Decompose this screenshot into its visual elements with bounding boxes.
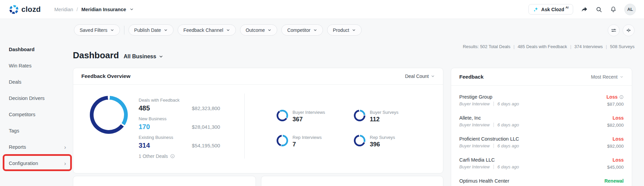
top-nav: clozd Meridian / Meridian Insurance Ask … <box>0 0 644 19</box>
stat-count: 170 <box>139 123 240 131</box>
ring-value: 396 <box>370 141 395 148</box>
stat-label: Deals with Feedback <box>139 98 240 103</box>
rep-interviews-ring-chart <box>277 135 288 146</box>
collapse-panels-icon <box>626 27 631 33</box>
feedback-panel: Feedback Most Recent Prestige Group Buye… <box>451 68 632 186</box>
sidebar-item-dashboard[interactable]: Dashboard <box>0 41 73 58</box>
pill-label: Feedback Channel <box>183 27 223 33</box>
outcome-label: Renewal <box>604 178 624 184</box>
outcome-badge: Renewal <box>604 178 624 184</box>
saved-filters-pill[interactable]: Saved Filters <box>74 24 120 36</box>
display-settings-button[interactable] <box>608 24 620 36</box>
deal-count-selector[interactable]: Deal Count <box>405 74 435 79</box>
stat-label: Existing Business <box>139 135 240 140</box>
page-title: Dashboard <box>73 50 119 61</box>
sidebar-item-decision-drivers[interactable]: Decision Drivers <box>0 90 73 106</box>
ring-label: Buyer Interviews <box>293 110 325 115</box>
feedback-list-item[interactable]: Allete, Inc Buyer Interview 6 days ago L… <box>451 111 632 132</box>
feedback-type: Buyer Interview <box>459 122 490 127</box>
search-button[interactable] <box>596 6 602 13</box>
info-icon[interactable] <box>170 154 175 159</box>
chevron-down-icon[interactable] <box>129 7 134 12</box>
outcome-badge: Loss <box>612 157 624 163</box>
filter-pill-publish-date[interactable]: Publish Date <box>128 24 174 36</box>
feedback-time: 6 days ago <box>498 164 519 169</box>
breadcrumb-account[interactable]: Meridian Insurance <box>81 7 126 12</box>
sidebar-item-win-rates[interactable]: Win Rates <box>0 58 73 74</box>
avatar[interactable]: AL <box>624 4 636 15</box>
vertical-divider <box>244 94 245 159</box>
pill-label: Competitor <box>287 27 310 33</box>
feedback-time: 6 days ago <box>498 143 519 148</box>
results-surveys: 508 Surveys <box>603 44 635 49</box>
sidebar-item-label: Deals <box>9 79 21 85</box>
main-content: Saved Filters Publish Date Feedback Chan… <box>73 19 644 186</box>
sliders-icon <box>611 27 617 33</box>
pill-label: Product <box>333 27 349 33</box>
collapse-panel-button[interactable] <box>623 24 635 36</box>
stat-amount: $28,041,300 <box>192 124 220 130</box>
sort-selector[interactable]: Most Recent <box>591 74 624 80</box>
stat-deals-with-feedback: Deals with Feedback 485 $82,323,800 <box>139 98 240 112</box>
stat-amount: $82,323,800 <box>192 105 220 111</box>
feedback-meta: Buyer Interview 6 days ago <box>459 143 624 148</box>
sidebar-item-label: Reports <box>9 144 26 150</box>
breadcrumb: Meridian / Meridian Insurance <box>54 7 134 12</box>
outcome-badge: Loss <box>612 115 624 121</box>
outcome-badge: Loss <box>612 136 624 142</box>
filter-pill-feedback-channel[interactable]: Feedback Channel <box>178 24 236 36</box>
outcome-badge: Loss <box>606 94 624 100</box>
sidebar-item-label: Tags <box>9 128 19 133</box>
metric-rep-surveys: Rep Surveys 396 <box>354 135 395 148</box>
deal-stats: Deals with Feedback 485 $82,323,800 New … <box>139 98 240 159</box>
sparkle-icon <box>533 7 539 12</box>
ring-value: 367 <box>293 116 325 123</box>
search-icon <box>596 6 602 13</box>
business-scope-selector[interactable]: All Business <box>124 54 163 60</box>
share-button[interactable] <box>581 6 588 13</box>
metric-rep-interviews: Rep Interviews 7 <box>277 135 322 148</box>
ask-clozd-button[interactable]: Ask Clozd AI <box>528 4 573 15</box>
feedback-list-item[interactable]: Carfi Media LLC Buyer Interview 6 days a… <box>451 153 632 174</box>
feedback-list-item[interactable]: Proficient Construction LLC Buyer Interv… <box>451 132 632 153</box>
ask-clozd-label: Ask Clozd <box>541 7 564 12</box>
meta-divider <box>494 102 494 106</box>
chevron-down-icon <box>159 54 163 59</box>
info-icon[interactable] <box>619 95 624 99</box>
sidebar-item-configuration[interactable]: Configuration › <box>0 155 73 171</box>
chevron-down-icon <box>267 28 271 32</box>
results-deals-with-feedback: 485 Deals with Feedback <box>510 44 567 49</box>
sidebar-item-label: Configuration <box>9 161 38 166</box>
buyer-surveys-ring-chart <box>354 110 365 121</box>
chevron-down-icon <box>110 28 114 32</box>
chevron-down-icon <box>352 28 356 32</box>
chevron-down-icon <box>313 28 317 32</box>
filter-pill-outcome[interactable]: Outcome <box>240 24 278 36</box>
sidebar-item-competitors[interactable]: Competitors <box>0 106 73 123</box>
filter-pill-product[interactable]: Product <box>327 24 362 36</box>
feedback-list-item[interactable]: Prestige Group Buyer Interview 6 days ag… <box>451 90 632 111</box>
feedback-list-item[interactable]: Optimus Health Center Renewal <box>451 174 632 186</box>
pill-label: Saved Filters <box>80 27 107 33</box>
feedback-time: 6 days ago <box>498 101 519 106</box>
chevron-down-icon <box>226 28 230 32</box>
ring-label: Rep Surveys <box>370 135 395 140</box>
negative-drivers-header: Negative Drivers Influence <box>261 176 443 186</box>
feedback-list: Prestige Group Buyer Interview 6 days ag… <box>451 86 632 186</box>
sidebar-item-tags[interactable]: Tags <box>0 123 73 139</box>
sort-label: Most Recent <box>591 74 618 80</box>
company-name: Optimus Health Center <box>459 178 624 184</box>
breadcrumb-workspace[interactable]: Meridian <box>54 7 73 12</box>
clozd-logo[interactable]: clozd <box>9 5 41 14</box>
feedback-overview-card: Feedback Overview Deal Count Deals with … <box>73 68 443 173</box>
filter-pill-competitor[interactable]: Competitor <box>281 24 323 36</box>
sidebar-item-label: Win Rates <box>9 63 32 68</box>
ring-value: 7 <box>293 141 322 148</box>
notifications-button[interactable] <box>610 6 617 13</box>
stat-existing-business: Existing Business 314 $54,195,500 <box>139 135 240 149</box>
deal-amount: $82,000 <box>607 123 624 128</box>
positive-drivers-card: Positive Drivers Influence <box>73 176 256 186</box>
sidebar-item-reports[interactable]: Reports › <box>0 139 73 155</box>
sidebar-item-deals[interactable]: Deals <box>0 74 73 90</box>
feedback-overview-title: Feedback Overview <box>81 73 130 79</box>
